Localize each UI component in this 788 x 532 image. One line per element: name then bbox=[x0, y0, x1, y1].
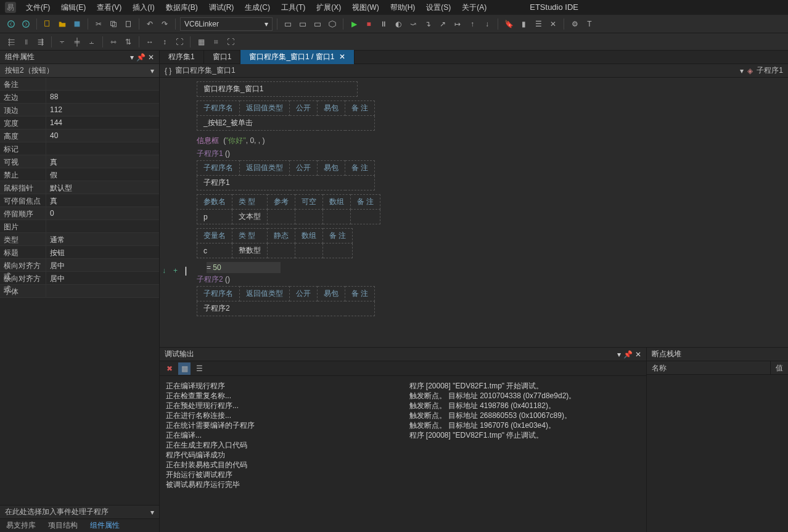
align-top-icon[interactable]: ⫟ bbox=[56, 36, 68, 48]
snap-icon[interactable]: ⌗ bbox=[210, 36, 222, 48]
file-tab-2[interactable]: 窗口1 bbox=[204, 50, 241, 64]
prop-value[interactable]: 88 bbox=[46, 91, 159, 103]
prop-row[interactable]: 图片 bbox=[0, 220, 159, 233]
prop-value[interactable]: 144 bbox=[46, 117, 159, 129]
prop-row[interactable]: 字体 bbox=[0, 285, 159, 298]
prop-value[interactable] bbox=[46, 285, 159, 297]
prop-row[interactable]: 禁止假 bbox=[0, 168, 159, 181]
align-bottom-icon[interactable]: ⫠ bbox=[86, 36, 98, 48]
panel-dropdown-icon[interactable]: ▾ bbox=[130, 53, 134, 62]
menu-help[interactable]: 帮助(H) bbox=[385, 1, 421, 15]
same-width-icon[interactable]: ↔ bbox=[144, 36, 156, 48]
same-size-icon[interactable]: ⛶ bbox=[173, 36, 186, 48]
chevron-down-icon[interactable]: ▾ bbox=[740, 67, 744, 75]
prop-row[interactable]: 顶边112 bbox=[0, 104, 159, 117]
pause-icon[interactable]: ⏸ bbox=[377, 18, 390, 30]
open-icon[interactable] bbox=[56, 18, 68, 30]
menu-database[interactable]: 数据库(B) bbox=[161, 1, 203, 15]
menu-tools[interactable]: 工具(T) bbox=[276, 1, 310, 15]
fullscreen-icon[interactable]: ⛶ bbox=[224, 36, 237, 48]
dist-h-icon[interactable]: ⇿ bbox=[107, 36, 120, 48]
file-tab-1[interactable]: 程序集1 bbox=[160, 50, 204, 64]
prop-value[interactable]: 真 bbox=[46, 155, 159, 168]
event-hint-label[interactable]: 在此处选择加入事件处理子程序 bbox=[5, 507, 109, 517]
prop-row[interactable]: 类型通常 bbox=[0, 233, 159, 246]
menu-edit[interactable]: 编辑(E) bbox=[56, 1, 91, 15]
prop-row[interactable]: 停留顺序0 bbox=[0, 207, 159, 220]
bookmark-list-icon[interactable]: ☰ bbox=[532, 18, 544, 30]
bookmark-add-icon[interactable]: 🔖 bbox=[503, 18, 515, 30]
prop-row[interactable]: 横向对齐方式居中 bbox=[0, 259, 159, 272]
cut-icon[interactable]: ✂ bbox=[92, 18, 105, 30]
settings-icon[interactable]: ⚙ bbox=[568, 18, 581, 30]
prop-row[interactable]: 鼠标指针默认型 bbox=[0, 181, 159, 194]
prop-value[interactable]: 0 bbox=[46, 207, 159, 219]
component-selector[interactable]: 按钮2（按钮）▾ bbox=[0, 64, 159, 78]
nav-back-icon[interactable] bbox=[5, 18, 17, 30]
dbg-clear-icon[interactable]: ✖ bbox=[163, 362, 176, 375]
dbg-wrap-icon[interactable]: ▦ bbox=[178, 362, 191, 375]
run-icon[interactable]: ▶ bbox=[348, 18, 360, 30]
prop-value[interactable]: 112 bbox=[46, 104, 159, 116]
prop-value[interactable]: 通常 bbox=[46, 233, 159, 245]
prop-value[interactable]: 居中 bbox=[46, 259, 159, 271]
prop-row[interactable]: 纵向对齐方式居中 bbox=[0, 272, 159, 285]
menu-build[interactable]: 生成(C) bbox=[240, 1, 275, 15]
menu-viewport[interactable]: 视图(W) bbox=[347, 1, 384, 15]
dist-v-icon[interactable]: ⇅ bbox=[122, 36, 134, 48]
package-icon[interactable] bbox=[326, 18, 339, 30]
prop-value[interactable] bbox=[46, 78, 159, 90]
prop-value[interactable] bbox=[46, 220, 159, 232]
build-icon[interactable] bbox=[282, 18, 294, 30]
prop-value[interactable]: 居中 bbox=[46, 272, 159, 284]
prop-value[interactable]: 真 bbox=[46, 194, 159, 207]
stop-icon[interactable]: ■ bbox=[363, 18, 375, 30]
prop-value[interactable]: 40 bbox=[46, 129, 159, 142]
redo-icon[interactable]: ↷ bbox=[158, 18, 171, 30]
same-height-icon[interactable]: ↕ bbox=[158, 36, 171, 48]
build2-icon[interactable] bbox=[297, 18, 309, 30]
step-continue-icon[interactable]: ↦ bbox=[451, 18, 464, 30]
prop-row[interactable]: 备注 bbox=[0, 78, 159, 91]
prop-row[interactable]: 宽度144 bbox=[0, 117, 159, 129]
prop-row[interactable]: 可视真 bbox=[0, 155, 159, 168]
bookmark-icon[interactable]: ▮ bbox=[517, 18, 530, 30]
step-up-icon[interactable]: ↑ bbox=[466, 18, 478, 30]
tab-component-props[interactable]: 组件属性 bbox=[86, 519, 123, 532]
dbg-filter-icon[interactable]: ☰ bbox=[193, 362, 205, 375]
prop-value[interactable]: 假 bbox=[46, 168, 159, 181]
code-editor[interactable]: 窗口程序集_窗口1 子程序名返回值类型公开易包备 注 _按钮2_被单击 信息框 … bbox=[160, 78, 788, 347]
breadcrumb-right[interactable]: 子程序1 bbox=[757, 65, 783, 76]
panel-pin-icon[interactable]: 📌 bbox=[623, 350, 633, 359]
bookmark-clear-icon[interactable]: ✕ bbox=[547, 18, 559, 30]
menu-ext[interactable]: 扩展(X) bbox=[311, 1, 346, 15]
tab-close-icon[interactable]: ✕ bbox=[339, 52, 345, 61]
panel-close-icon[interactable]: ✕ bbox=[148, 53, 154, 62]
step-into-icon[interactable]: ↴ bbox=[422, 18, 434, 30]
build3-icon[interactable] bbox=[311, 18, 324, 30]
panel-dropdown-icon[interactable]: ▾ bbox=[617, 350, 621, 359]
panel-close-icon[interactable]: ✕ bbox=[635, 350, 641, 359]
menu-insert[interactable]: 插入(I) bbox=[128, 1, 159, 15]
align-right-icon[interactable]: ⇶ bbox=[35, 36, 47, 48]
step-down-icon[interactable]: ↓ bbox=[481, 18, 493, 30]
menu-settings[interactable]: 设置(S) bbox=[421, 1, 456, 15]
prop-row[interactable]: 左边88 bbox=[0, 91, 159, 104]
prop-row[interactable]: 高度40 bbox=[0, 129, 159, 142]
chevron-down-icon[interactable]: ▾ bbox=[150, 508, 154, 517]
save-icon[interactable] bbox=[71, 18, 83, 30]
breadcrumb-left[interactable]: 窗口程序集_窗口1 bbox=[175, 65, 235, 76]
prop-row[interactable]: 可停留焦点真 bbox=[0, 194, 159, 207]
breakpoint-icon[interactable]: ◐ bbox=[392, 18, 404, 30]
undo-icon[interactable]: ↶ bbox=[144, 18, 156, 30]
tab-support-lib[interactable]: 易支持库 bbox=[2, 519, 39, 532]
file-tab-3[interactable]: 窗口程序集_窗口1 / 窗口1✕ bbox=[240, 50, 355, 64]
tab-project-struct[interactable]: 项目结构 bbox=[44, 519, 81, 532]
paste-icon[interactable] bbox=[122, 18, 134, 30]
nav-fwd-icon[interactable] bbox=[20, 18, 32, 30]
menu-about[interactable]: 关于(A) bbox=[457, 1, 491, 15]
grid-icon[interactable]: ▦ bbox=[195, 36, 207, 48]
new-icon[interactable] bbox=[41, 18, 54, 30]
align-left-icon[interactable]: ⬱ bbox=[5, 36, 17, 48]
align-vcenter-icon[interactable]: ╪ bbox=[71, 36, 83, 48]
